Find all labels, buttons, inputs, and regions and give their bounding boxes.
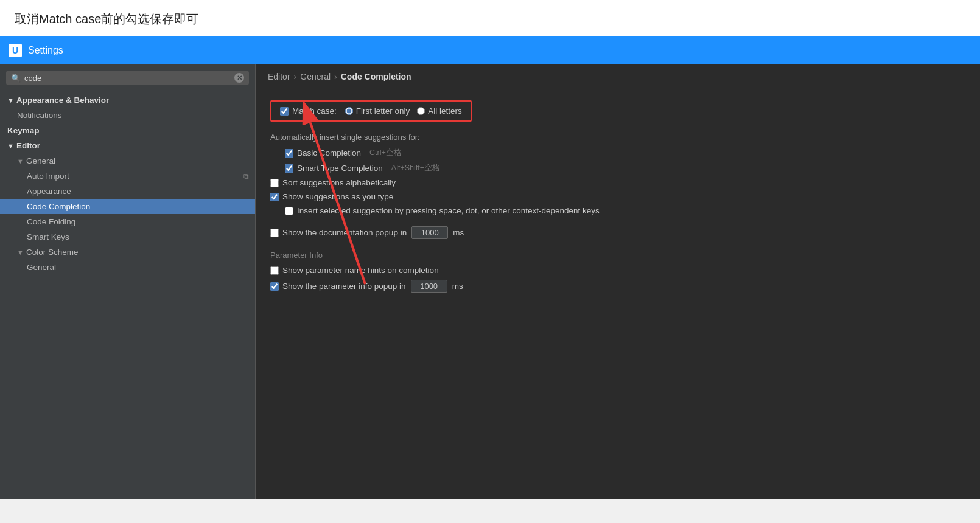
app-icon: U <box>9 44 22 57</box>
show-as-you-type-label[interactable]: Show suggestions as you type <box>270 192 393 201</box>
sidebar-item-keymap[interactable]: Keymap <box>0 123 255 138</box>
sort-alphabetically-row: Sort suggestions alphabetically <box>270 178 965 187</box>
doc-popup-label[interactable]: Show the documentation popup in <box>270 228 407 237</box>
bc-separator: › <box>334 72 337 81</box>
breadcrumb-part-2: General <box>300 72 331 81</box>
basic-completion-shortcut: Ctrl+空格 <box>369 148 402 158</box>
first-letter-radio-label[interactable]: First letter only <box>345 106 410 116</box>
sidebar-item-general[interactable]: ▼ General <box>0 153 255 168</box>
basic-completion-row: Basic Completion Ctrl+空格 <box>270 148 965 158</box>
search-input[interactable] <box>24 74 231 83</box>
arrow-icon: ▼ <box>17 158 24 165</box>
breadcrumb: Editor › General › Code Completion <box>256 64 980 89</box>
insert-by-space-label[interactable]: Insert selected suggestion by pressing s… <box>285 206 600 215</box>
letter-radio-group: First letter only All letters <box>345 106 462 116</box>
sidebar-item-smart-keys[interactable]: Smart Keys <box>0 229 255 244</box>
title-bar-label: Settings <box>28 45 63 56</box>
sidebar-item-code-completion[interactable]: Code Completion <box>0 199 255 214</box>
show-popup-unit: ms <box>452 282 463 291</box>
show-hints-row: Show parameter name hints on completion <box>270 266 965 275</box>
param-info-title: Parameter Info <box>270 244 965 260</box>
sidebar-item-appearance-behavior[interactable]: ▼ Appearance & Behavior <box>0 92 255 108</box>
sidebar-item-editor[interactable]: ▼ Editor <box>0 138 255 153</box>
show-as-you-type-row: Show suggestions as you type <box>270 192 965 201</box>
first-letter-radio[interactable] <box>345 107 353 115</box>
sort-alphabetically-checkbox[interactable] <box>270 179 279 187</box>
smart-type-completion-shortcut: Alt+Shift+空格 <box>391 163 440 173</box>
content-area: Match case: First letter only All letter… <box>256 89 980 308</box>
search-bar: 🔍 ✕ <box>6 71 249 85</box>
show-hints-checkbox[interactable] <box>270 266 279 275</box>
insert-by-space-row: Insert selected suggestion by pressing s… <box>270 206 965 215</box>
basic-completion-text: Basic Completion <box>297 148 361 158</box>
sidebar-item-auto-import[interactable]: Auto Import ⧉ <box>0 168 255 184</box>
show-as-you-type-text: Show suggestions as you type <box>282 192 393 201</box>
all-letters-radio[interactable] <box>417 107 425 115</box>
match-case-label: Match case: <box>292 106 337 116</box>
search-clear-button[interactable]: ✕ <box>234 73 244 83</box>
doc-popup-value-input[interactable] <box>411 226 448 239</box>
all-letters-label: All letters <box>428 106 462 116</box>
show-hints-label[interactable]: Show parameter name hints on completion <box>270 266 439 275</box>
match-case-checkbox-label[interactable]: Match case: <box>280 106 337 116</box>
show-hints-text: Show parameter name hints on completion <box>282 266 439 275</box>
bc-separator: › <box>294 72 297 81</box>
main-panel: Editor › General › Code Completion Match… <box>256 64 980 499</box>
first-letter-label: First letter only <box>356 106 410 116</box>
breadcrumb-part-1: Editor <box>268 72 290 81</box>
show-popup-value-input[interactable] <box>411 280 447 293</box>
title-bar: U Settings <box>0 36 980 64</box>
sidebar: 🔍 ✕ ▼ Appearance & Behavior Notification… <box>0 64 256 499</box>
basic-completion-checkbox[interactable] <box>285 149 293 158</box>
smart-type-completion-checkbox[interactable] <box>285 164 293 173</box>
breadcrumb-part-3: Code Completion <box>341 72 411 81</box>
show-popup-checkbox[interactable] <box>270 282 279 291</box>
settings-body: 🔍 ✕ ▼ Appearance & Behavior Notification… <box>0 64 980 499</box>
show-popup-label[interactable]: Show the parameter info popup in <box>270 282 406 291</box>
doc-popup-row: Show the documentation popup in ms <box>270 226 965 239</box>
arrow-icon: ▼ <box>7 97 14 104</box>
sort-alphabetically-label[interactable]: Sort suggestions alphabetically <box>270 178 396 187</box>
doc-popup-checkbox[interactable] <box>270 229 279 237</box>
match-case-checkbox[interactable] <box>280 107 289 116</box>
copy-icon: ⧉ <box>243 172 249 181</box>
smart-type-completion-text: Smart Type Completion <box>297 164 383 173</box>
smart-type-completion-label[interactable]: Smart Type Completion <box>285 164 383 173</box>
insert-by-space-checkbox[interactable] <box>285 207 293 215</box>
sidebar-item-general-color[interactable]: General <box>0 260 255 275</box>
doc-popup-text: Show the documentation popup in <box>282 228 407 237</box>
sidebar-item-appearance[interactable]: Appearance <box>0 184 255 199</box>
annotation-text: 取消Match case前的勾选保存即可 <box>0 0 980 36</box>
smart-type-completion-row: Smart Type Completion Alt+Shift+空格 <box>270 163 965 173</box>
sidebar-item-color-scheme[interactable]: ▼ Color Scheme <box>0 244 255 260</box>
sidebar-item-code-folding[interactable]: Code Folding <box>0 214 255 229</box>
doc-popup-unit: ms <box>453 228 464 237</box>
sidebar-item-notifications[interactable]: Notifications <box>0 108 255 123</box>
show-popup-row: Show the parameter info popup in ms <box>270 280 965 293</box>
all-letters-radio-label[interactable]: All letters <box>417 106 462 116</box>
search-icon: 🔍 <box>11 74 21 83</box>
arrow-icon: ▼ <box>7 142 14 150</box>
sidebar-tree: ▼ Appearance & Behavior Notifications Ke… <box>0 90 255 499</box>
sort-alphabetically-text: Sort suggestions alphabetically <box>282 178 396 187</box>
basic-completion-label[interactable]: Basic Completion <box>285 148 361 158</box>
settings-window: U Settings 🔍 ✕ ▼ Appearance & Behavior <box>0 36 980 499</box>
auto-insert-title: Automatically insert single suggestions … <box>270 133 965 142</box>
insert-by-space-text: Insert selected suggestion by pressing s… <box>297 206 600 215</box>
match-case-row: Match case: First letter only All letter… <box>270 100 472 122</box>
param-info-section: Parameter Info Show parameter name hints… <box>270 244 965 293</box>
show-popup-text: Show the parameter info popup in <box>282 282 406 291</box>
arrow-icon: ▼ <box>17 249 24 256</box>
show-as-you-type-checkbox[interactable] <box>270 193 279 201</box>
